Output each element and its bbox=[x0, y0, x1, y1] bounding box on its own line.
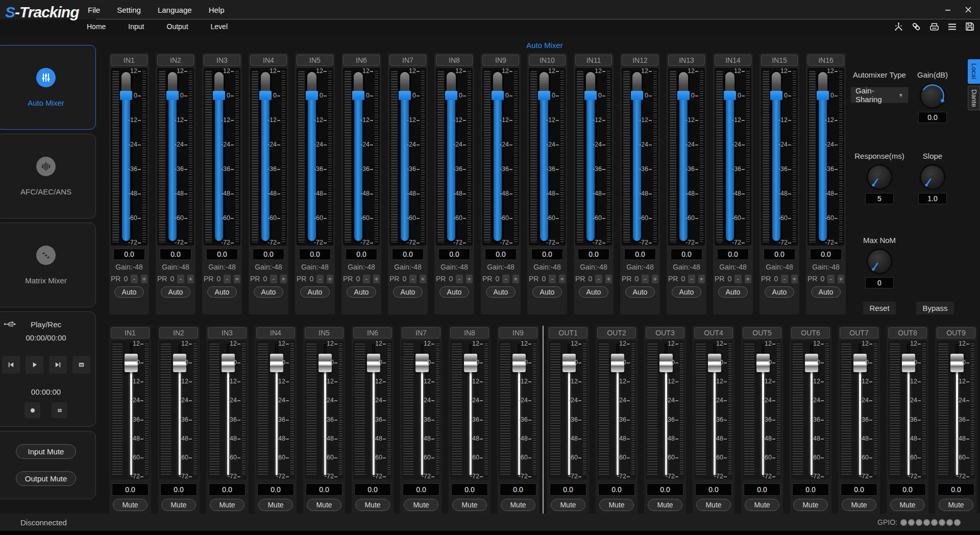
fader-handle[interactable] bbox=[631, 91, 643, 100]
tab-local[interactable]: Local bbox=[968, 59, 980, 84]
mute-button[interactable]: Mute bbox=[258, 499, 293, 511]
priority-increment-button[interactable]: + bbox=[141, 275, 148, 283]
slope-knob[interactable] bbox=[918, 163, 947, 191]
auto-button[interactable]: Auto bbox=[393, 286, 423, 298]
mute-button[interactable]: Mute bbox=[696, 499, 731, 511]
fader-handle[interactable] bbox=[677, 91, 690, 100]
priority-decrement-button[interactable]: - bbox=[177, 275, 184, 283]
fader-handle[interactable] bbox=[817, 91, 829, 100]
automixer-type-select[interactable]: Gain-Sharing ▼ bbox=[850, 87, 909, 103]
previous-button[interactable] bbox=[2, 356, 20, 374]
priority-increment-button[interactable]: + bbox=[466, 275, 473, 283]
menu-button[interactable] bbox=[947, 22, 957, 31]
mute-button[interactable]: Mute bbox=[501, 499, 535, 511]
fader-handle[interactable] bbox=[306, 91, 318, 100]
save-button[interactable] bbox=[965, 21, 975, 32]
priority-decrement-button[interactable]: - bbox=[270, 275, 277, 283]
priority-decrement-button[interactable]: - bbox=[688, 275, 695, 283]
priority-increment-button[interactable]: + bbox=[605, 275, 612, 283]
reset-button[interactable]: Reset bbox=[863, 302, 895, 314]
priority-increment-button[interactable]: + bbox=[373, 275, 380, 283]
link-button[interactable] bbox=[911, 21, 921, 32]
menu-help[interactable]: Help bbox=[209, 6, 225, 14]
mute-button[interactable]: Mute bbox=[842, 499, 876, 511]
minimize-button[interactable] bbox=[943, 5, 952, 14]
max-nom-knob[interactable] bbox=[865, 247, 894, 276]
menu-language[interactable]: Language bbox=[158, 6, 192, 14]
mute-button[interactable]: Mute bbox=[161, 499, 196, 511]
auto-button[interactable]: Auto bbox=[347, 286, 376, 298]
auto-button[interactable]: Auto bbox=[300, 286, 330, 298]
priority-decrement-button[interactable]: - bbox=[409, 275, 416, 283]
bypass-button[interactable]: Bypass bbox=[916, 302, 953, 314]
priority-increment-button[interactable]: + bbox=[327, 275, 333, 283]
auto-button[interactable]: Auto bbox=[672, 286, 701, 298]
priority-increment-button[interactable]: + bbox=[420, 275, 426, 283]
sidebar-item-auto-mixer[interactable]: Auto Mixer bbox=[0, 45, 96, 130]
fader-handle[interactable] bbox=[352, 91, 364, 100]
mute-button[interactable]: Mute bbox=[648, 499, 682, 511]
auto-button[interactable]: Auto bbox=[718, 286, 748, 298]
priority-increment-button[interactable]: + bbox=[559, 275, 566, 283]
priority-increment-button[interactable]: + bbox=[652, 275, 658, 283]
auto-button[interactable]: Auto bbox=[532, 286, 562, 298]
fader-handle[interactable] bbox=[584, 91, 597, 100]
mute-button[interactable]: Mute bbox=[793, 499, 828, 511]
input-mute-button[interactable]: Input Mute bbox=[16, 444, 76, 459]
tab-home[interactable]: Home bbox=[87, 22, 106, 31]
priority-decrement-button[interactable]: - bbox=[595, 275, 602, 283]
tab-dante[interactable]: Dante bbox=[968, 86, 980, 110]
priority-increment-button[interactable]: + bbox=[745, 275, 751, 283]
priority-decrement-button[interactable]: - bbox=[131, 275, 137, 283]
mute-button[interactable]: Mute bbox=[307, 499, 341, 511]
record-stop-button[interactable] bbox=[52, 402, 67, 418]
priority-decrement-button[interactable]: - bbox=[456, 275, 462, 283]
priority-decrement-button[interactable]: - bbox=[642, 275, 648, 283]
auto-button[interactable]: Auto bbox=[765, 286, 794, 298]
auto-button[interactable]: Auto bbox=[254, 286, 283, 298]
record-button[interactable] bbox=[24, 402, 40, 418]
auto-button[interactable]: Auto bbox=[207, 286, 237, 298]
mute-button[interactable]: Mute bbox=[939, 499, 973, 511]
mute-button[interactable]: Mute bbox=[210, 499, 244, 511]
priority-increment-button[interactable]: + bbox=[512, 275, 519, 283]
next-button[interactable] bbox=[49, 356, 67, 374]
fader-handle[interactable] bbox=[166, 91, 179, 100]
menu-file[interactable]: File bbox=[88, 6, 100, 14]
fader-handle[interactable] bbox=[445, 91, 457, 100]
mute-button[interactable]: Mute bbox=[404, 499, 438, 511]
mute-button[interactable]: Mute bbox=[599, 499, 634, 511]
output-mute-button[interactable]: Output Mute bbox=[16, 471, 76, 486]
stop-button[interactable] bbox=[72, 356, 90, 374]
priority-decrement-button[interactable]: - bbox=[224, 275, 230, 283]
priority-decrement-button[interactable]: - bbox=[781, 275, 788, 283]
sidebar-item-afc-aec-ans[interactable]: AFC/AEC/ANS bbox=[0, 134, 96, 218]
gain-knob[interactable] bbox=[918, 82, 947, 110]
auto-button[interactable]: Auto bbox=[161, 286, 190, 298]
tab-output[interactable]: Output bbox=[167, 22, 188, 31]
auto-button[interactable]: Auto bbox=[486, 286, 516, 298]
fader-handle[interactable] bbox=[399, 91, 411, 100]
mute-button[interactable]: Mute bbox=[551, 499, 585, 511]
menu-setting[interactable]: Setting bbox=[117, 6, 141, 14]
mute-button[interactable]: Mute bbox=[113, 499, 148, 511]
priority-increment-button[interactable]: + bbox=[698, 275, 705, 283]
fader-handle[interactable] bbox=[259, 91, 272, 100]
play-button[interactable] bbox=[26, 356, 43, 374]
fader-handle[interactable] bbox=[120, 91, 132, 100]
auto-button[interactable]: Auto bbox=[811, 286, 841, 298]
auto-button[interactable]: Auto bbox=[114, 286, 144, 298]
mute-button[interactable]: Mute bbox=[745, 499, 779, 511]
auto-button[interactable]: Auto bbox=[439, 286, 469, 298]
auto-button[interactable]: Auto bbox=[625, 286, 655, 298]
priority-increment-button[interactable]: + bbox=[187, 275, 194, 283]
fader-handle[interactable] bbox=[213, 91, 225, 100]
priority-decrement-button[interactable]: - bbox=[549, 275, 555, 283]
tab-input[interactable]: Input bbox=[128, 22, 144, 31]
priority-increment-button[interactable]: + bbox=[791, 275, 798, 283]
tab-level[interactable]: Level bbox=[211, 22, 228, 31]
print-button[interactable] bbox=[929, 21, 940, 32]
fader-handle[interactable] bbox=[492, 91, 504, 100]
mute-button[interactable]: Mute bbox=[890, 499, 925, 511]
priority-decrement-button[interactable]: - bbox=[827, 275, 834, 283]
